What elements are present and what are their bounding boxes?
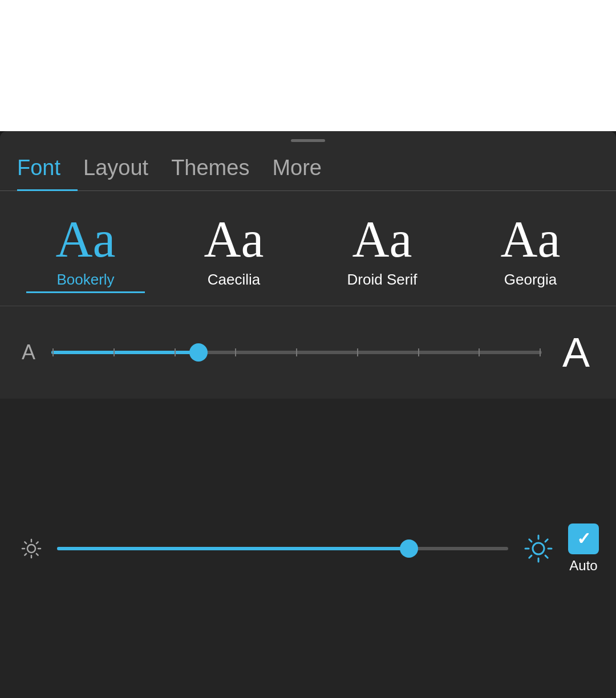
tick-8: [479, 348, 480, 356]
svg-line-8: [25, 553, 26, 555]
font-preview-bookerly: Aa: [56, 214, 116, 265]
auto-label: Auto: [569, 558, 597, 574]
brightness-thumb[interactable]: [400, 539, 418, 558]
svg-point-9: [533, 543, 544, 554]
svg-line-15: [545, 555, 548, 558]
tab-bar: Font Layout Themes More: [0, 148, 616, 191]
font-size-large-label: A: [553, 329, 599, 376]
svg-line-16: [545, 539, 548, 541]
svg-line-6: [37, 553, 38, 555]
slider-ticks: [51, 348, 542, 356]
font-name-caecilia: Caecilia: [208, 271, 261, 289]
handle-bar: [0, 131, 616, 148]
tick-1: [52, 348, 54, 356]
svg-line-14: [529, 539, 531, 541]
font-item-georgia[interactable]: Aa Georgia: [456, 214, 605, 289]
font-size-slider[interactable]: [51, 351, 542, 354]
brightness-slider[interactable]: [57, 547, 508, 550]
checkmark-icon: ✓: [577, 529, 591, 549]
font-item-bookerly[interactable]: Aa Bookerly: [11, 214, 160, 289]
font-item-caecilia[interactable]: Aa Caecilia: [160, 214, 308, 289]
content-area: [0, 0, 616, 131]
font-preview-droid-serif: Aa: [352, 214, 412, 265]
tab-font[interactable]: Font: [17, 148, 78, 191]
tick-3: [175, 348, 176, 356]
svg-point-0: [27, 545, 35, 553]
brightness-low-icon: [17, 534, 46, 563]
tick-4: [235, 348, 236, 356]
tick-2: [114, 348, 115, 356]
brightness-fill: [57, 547, 409, 550]
drag-handle[interactable]: [291, 139, 325, 142]
tab-themes[interactable]: Themes: [165, 148, 266, 191]
font-preview-caecilia: Aa: [204, 214, 264, 265]
tick-9: [540, 348, 541, 356]
auto-brightness-button[interactable]: ✓ Auto: [568, 524, 599, 574]
font-name-georgia: Georgia: [504, 271, 557, 289]
font-name-bookerly: Bookerly: [56, 271, 114, 289]
brightness-section: ✓ Auto: [0, 399, 616, 698]
tick-7: [418, 348, 419, 356]
tab-layout[interactable]: Layout: [78, 148, 165, 191]
tick-6: [357, 348, 358, 356]
tab-more[interactable]: More: [266, 148, 339, 191]
font-size-small-label: A: [17, 340, 40, 364]
font-size-section: A A: [0, 306, 616, 399]
svg-line-5: [25, 542, 26, 543]
brightness-high-icon: [520, 530, 557, 567]
settings-bottom-sheet: Font Layout Themes More Aa Bookerly Aa C…: [0, 131, 616, 698]
svg-line-17: [529, 555, 531, 558]
font-preview-georgia: Aa: [501, 214, 561, 265]
auto-checkbox[interactable]: ✓: [568, 524, 599, 554]
font-name-droid-serif: Droid Serif: [347, 271, 418, 289]
svg-line-7: [37, 542, 38, 543]
font-item-droid-serif[interactable]: Aa Droid Serif: [308, 214, 456, 289]
tick-5: [296, 348, 297, 356]
font-selection-area: Aa Bookerly Aa Caecilia Aa Droid Serif A…: [0, 191, 616, 306]
